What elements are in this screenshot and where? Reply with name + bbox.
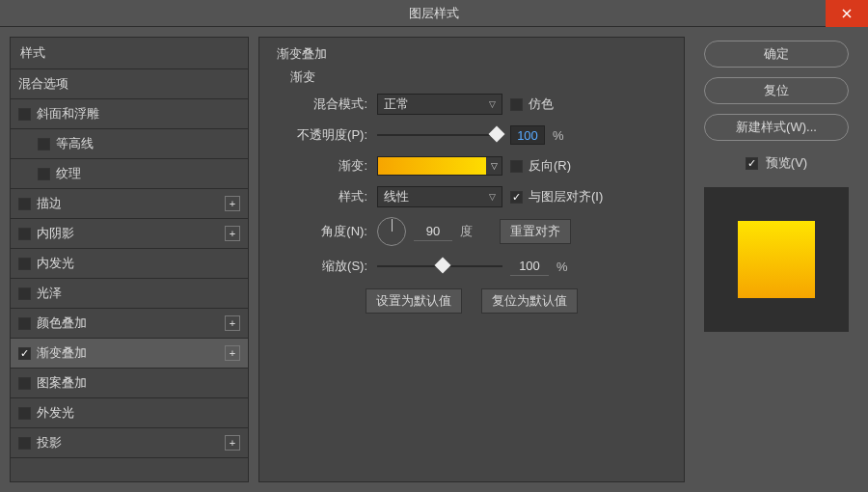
sidebar-item-label: 斜面和浮雕	[37, 105, 99, 123]
sidebar-item-1[interactable]: 等高线	[11, 129, 248, 159]
style-checkbox[interactable]	[18, 407, 31, 420]
sidebar-item-label: 内阴影	[37, 225, 74, 242]
main-area: 样式 混合选项 斜面和浮雕等高线纹理描边+内阴影+内发光光泽颜色叠加+渐变叠加+…	[0, 27, 868, 492]
style-checkbox[interactable]	[38, 138, 50, 150]
window-title: 图层样式	[409, 5, 459, 22]
sidebar-item-label: 颜色叠加	[37, 314, 87, 332]
angle-input[interactable]	[414, 222, 452, 241]
opacity-slider[interactable]	[377, 132, 502, 138]
new-style-button[interactable]: 新建样式(W)...	[704, 114, 849, 141]
style-checkbox[interactable]	[18, 287, 31, 300]
angle-dial[interactable]	[377, 217, 406, 246]
opacity-input[interactable]	[510, 125, 545, 145]
scale-slider[interactable]	[377, 263, 502, 269]
style-checkbox[interactable]	[18, 258, 31, 270]
sidebar-item-6[interactable]: 光泽	[11, 279, 248, 309]
scale-input[interactable]	[510, 257, 549, 276]
blend-mode-label: 混合模式:	[277, 96, 377, 113]
gradient-style-select[interactable]: 线性 ▽	[377, 186, 502, 207]
add-effect-button[interactable]: +	[225, 345, 240, 361]
style-checkbox[interactable]	[18, 437, 31, 450]
sidebar-item-3[interactable]: 描边+	[11, 189, 248, 219]
close-button[interactable]	[826, 0, 868, 27]
opacity-label: 不透明度(P):	[277, 126, 377, 144]
add-effect-button[interactable]: +	[225, 226, 240, 241]
sidebar-item-label: 纹理	[56, 165, 81, 182]
add-effect-button[interactable]: +	[225, 435, 240, 451]
style-checkbox[interactable]	[18, 377, 31, 390]
dither-checkbox[interactable]	[510, 98, 523, 111]
sidebar-item-11[interactable]: 投影+	[11, 428, 248, 458]
blend-mode-value: 正常	[384, 96, 409, 113]
gradient-style-value: 线性	[384, 188, 409, 205]
style-checkbox[interactable]	[18, 228, 31, 240]
panel-subtitle: 渐变	[277, 68, 666, 86]
chevron-down-icon: ▽	[489, 99, 496, 109]
align-label: 与图层对齐(I)	[529, 188, 603, 205]
blend-mode-select[interactable]: 正常 ▽	[377, 94, 502, 115]
sidebar-item-label: 等高线	[56, 135, 94, 152]
gradient-overlay-panel: 渐变叠加 渐变 混合模式: 正常 ▽ 仿色 不透明度(P):	[258, 37, 685, 482]
sidebar-item-label: 混合选项	[18, 75, 68, 93]
titlebar: 图层样式	[0, 0, 868, 27]
percent-unit: %	[556, 260, 568, 274]
style-checkbox[interactable]	[38, 168, 50, 180]
align-with-layer-checkbox[interactable]	[510, 191, 523, 204]
style-checkbox[interactable]	[18, 198, 31, 210]
sidebar-item-label: 图案叠加	[37, 374, 87, 392]
angle-label: 角度(N):	[277, 223, 377, 240]
sidebar-item-2[interactable]: 纹理	[11, 159, 248, 189]
dither-label: 仿色	[529, 96, 554, 113]
set-default-button[interactable]: 设置为默认值	[366, 288, 462, 314]
sidebar-item-10[interactable]: 外发光	[11, 398, 248, 428]
sidebar-header: 样式	[11, 38, 248, 69]
sidebar-item-label: 内发光	[37, 255, 74, 272]
close-icon	[842, 9, 852, 18]
style-label: 样式:	[277, 188, 377, 205]
sidebar-item-9[interactable]: 图案叠加	[11, 369, 248, 398]
style-checkbox[interactable]	[18, 317, 31, 330]
sidebar-item-label: 外发光	[37, 404, 74, 422]
sidebar-item-5[interactable]: 内发光	[11, 249, 248, 279]
gradient-swatch[interactable]: ▽	[377, 156, 502, 176]
reset-default-button[interactable]: 复位为默认值	[481, 288, 578, 314]
percent-unit: %	[553, 128, 564, 143]
sidebar-blending-options[interactable]: 混合选项	[11, 69, 248, 99]
reverse-label: 反向(R)	[529, 157, 571, 175]
sidebar-item-0[interactable]: 斜面和浮雕	[11, 99, 248, 129]
sidebar-item-label: 光泽	[37, 285, 62, 302]
sidebar-item-4[interactable]: 内阴影+	[11, 219, 248, 249]
angle-unit: 度	[460, 223, 473, 240]
chevron-down-icon: ▽	[489, 192, 496, 202]
reset-button[interactable]: 复位	[704, 77, 849, 104]
reverse-checkbox[interactable]	[510, 160, 523, 173]
preview-checkbox[interactable]	[746, 157, 758, 170]
preview-box	[704, 187, 849, 332]
gradient-label: 渐变:	[277, 157, 377, 175]
reset-align-button[interactable]: 重置对齐	[500, 219, 571, 244]
sidebar-item-label: 投影	[37, 434, 62, 451]
style-checkbox[interactable]	[18, 347, 31, 360]
right-column: 确定 复位 新建样式(W)... 预览(V)	[694, 37, 858, 482]
add-effect-button[interactable]: +	[225, 196, 240, 211]
sidebar-item-8[interactable]: 渐变叠加+	[11, 339, 248, 369]
chevron-down-icon: ▽	[486, 157, 502, 175]
preview-swatch	[738, 221, 815, 298]
ok-button[interactable]: 确定	[704, 41, 849, 68]
sidebar-item-label: 描边	[37, 195, 62, 212]
panel-title: 渐变叠加	[277, 45, 666, 63]
add-effect-button[interactable]: +	[225, 315, 240, 331]
sidebar-item-7[interactable]: 颜色叠加+	[11, 309, 248, 339]
style-checkbox[interactable]	[18, 108, 31, 121]
sidebar-item-label: 渐变叠加	[37, 344, 87, 362]
scale-label: 缩放(S):	[277, 258, 377, 275]
styles-sidebar: 样式 混合选项 斜面和浮雕等高线纹理描边+内阴影+内发光光泽颜色叠加+渐变叠加+…	[10, 37, 249, 482]
preview-label: 预览(V)	[766, 154, 807, 172]
